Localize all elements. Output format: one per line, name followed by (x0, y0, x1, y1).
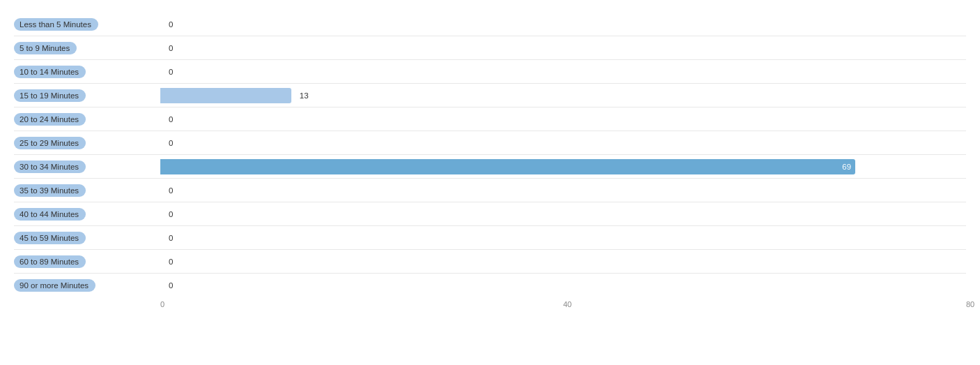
bar-row: Less than 5 Minutes0 (14, 13, 966, 36)
bar-row: 10 to 14 Minutes0 (14, 60, 966, 84)
bar-label: 5 to 9 Minutes (14, 42, 77, 54)
bar-label-wrap: Less than 5 Minutes (14, 18, 160, 31)
bar-track: 0 (160, 183, 966, 198)
bar-track: 0 (160, 207, 966, 222)
bar-label-wrap: 5 to 9 Minutes (14, 42, 160, 54)
bar-track: 0 (160, 278, 966, 293)
bar-value: 69 (842, 163, 851, 171)
bar-label-wrap: 15 to 19 Minutes (14, 89, 160, 102)
bar-value: 13 (300, 91, 309, 100)
bars-area: Less than 5 Minutes05 to 9 Minutes010 to… (14, 13, 966, 297)
bar-label-wrap: 40 to 44 Minutes (14, 208, 160, 221)
bar-label-wrap: 20 to 24 Minutes (14, 113, 160, 126)
bar-value: 0 (169, 44, 173, 52)
bar-track: 0 (160, 254, 966, 269)
bar-row: 25 to 29 Minutes0 (14, 131, 966, 155)
bar-label-wrap: 90 or more Minutes (14, 279, 160, 292)
bar-row: 30 to 34 Minutes69 (14, 155, 966, 179)
bar-value: 0 (169, 20, 173, 29)
bar-track: 69 (160, 159, 966, 174)
bar-label-wrap: 30 to 34 Minutes (14, 161, 160, 173)
bar-row: 20 to 24 Minutes0 (14, 107, 966, 131)
bar-track: 13 (160, 88, 966, 103)
bar-track: 0 (160, 64, 966, 80)
bar-label: 90 or more Minutes (14, 279, 95, 292)
bar-track: 0 (160, 135, 966, 151)
bar-label: 60 to 89 Minutes (14, 255, 86, 268)
bar-label: 35 to 39 Minutes (14, 184, 86, 197)
bar-fill (160, 88, 291, 103)
bar-row: 90 or more Minutes0 (14, 274, 966, 297)
bar-label: 20 to 24 Minutes (14, 113, 86, 126)
bar-row: 45 to 59 Minutes0 (14, 226, 966, 250)
bar-track: 0 (160, 40, 966, 56)
bar-value: 0 (169, 258, 173, 266)
bar-label-wrap: 60 to 89 Minutes (14, 255, 160, 268)
x-axis-tick: 80 (966, 300, 974, 308)
bar-row: 15 to 19 Minutes13 (14, 84, 966, 107)
bar-track: 0 (160, 17, 966, 32)
bar-value: 0 (169, 68, 173, 76)
bar-label-wrap: 35 to 39 Minutes (14, 184, 160, 197)
bar-value: 0 (169, 281, 173, 290)
bar-label: 10 to 14 Minutes (14, 66, 86, 78)
bar-label-wrap: 10 to 14 Minutes (14, 66, 160, 78)
bar-label: 40 to 44 Minutes (14, 208, 86, 221)
bar-label: 15 to 19 Minutes (14, 89, 86, 102)
bar-value: 0 (169, 186, 173, 195)
bar-label-wrap: 45 to 59 Minutes (14, 232, 160, 244)
x-axis-tick: 40 (563, 300, 572, 308)
bar-row: 5 to 9 Minutes0 (14, 36, 966, 60)
bar-value: 0 (169, 115, 173, 124)
bar-row: 35 to 39 Minutes0 (14, 179, 966, 202)
bar-label: 45 to 59 Minutes (14, 232, 86, 244)
bar-fill: 69 (160, 159, 855, 174)
bar-label: 30 to 34 Minutes (14, 161, 86, 173)
bar-track: 0 (160, 112, 966, 127)
bar-row: 60 to 89 Minutes0 (14, 250, 966, 274)
x-axis: 04080 (160, 300, 966, 313)
bar-value: 0 (169, 139, 173, 147)
x-axis-tick: 0 (160, 300, 164, 308)
bar-value: 0 (169, 210, 173, 218)
bar-label-wrap: 25 to 29 Minutes (14, 137, 160, 149)
chart-container: Less than 5 Minutes05 to 9 Minutes010 to… (0, 0, 980, 365)
bar-label: 25 to 29 Minutes (14, 137, 86, 149)
bar-row: 40 to 44 Minutes0 (14, 202, 966, 226)
bar-track: 0 (160, 230, 966, 246)
bar-value: 0 (169, 234, 173, 242)
bar-label: Less than 5 Minutes (14, 18, 98, 31)
